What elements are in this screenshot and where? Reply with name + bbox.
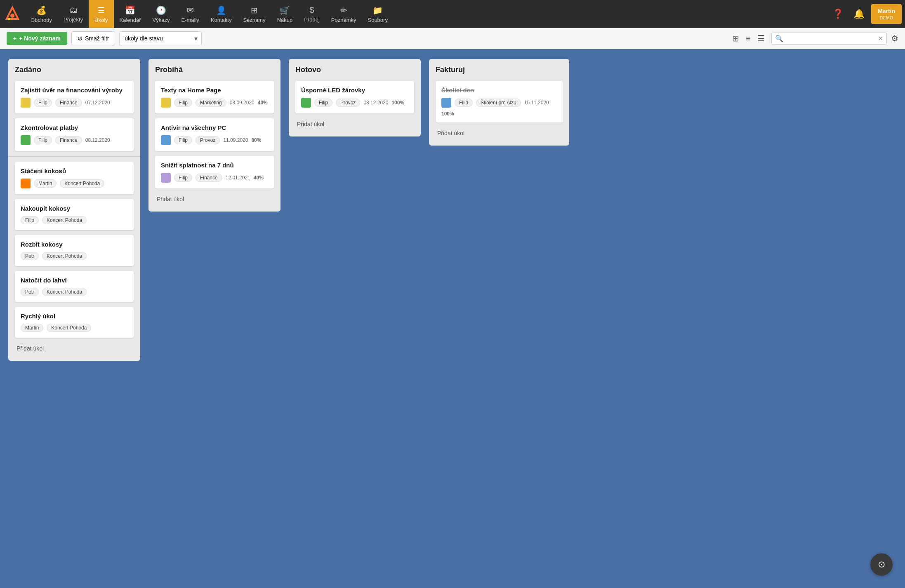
- task-card-p3[interactable]: Snížit splatnost na 7 dnůFilipFinance12.…: [155, 156, 274, 188]
- card-percent: 100%: [441, 111, 454, 117]
- logo[interactable]: [3, 4, 21, 24]
- user-name: Martin: [878, 7, 895, 15]
- bell-icon[interactable]: 🔔: [850, 7, 868, 21]
- add-task-button-zadano[interactable]: Přidat úkol: [15, 343, 134, 354]
- nav-item-kontakty[interactable]: 👤Kontakty: [205, 0, 238, 28]
- tag: Filip: [21, 216, 39, 224]
- nav-icon-kontakty: 👤: [216, 5, 226, 15]
- card-date: 15.11.2020: [524, 100, 549, 106]
- tag: Provoz: [336, 99, 360, 107]
- tag: Koncert Pohoda: [42, 288, 87, 296]
- card-date: 07.12.2020: [85, 100, 110, 106]
- card-meta: FilipFinance08.12.2020: [21, 135, 128, 145]
- filter-select[interactable]: úkoly dle stavu: [119, 31, 202, 45]
- task-card-c6[interactable]: Natočit do lahvíPetrKoncert Pohoda: [15, 271, 134, 302]
- nav-item-kalendář[interactable]: 📅Kalendář: [114, 0, 147, 28]
- tag: Koncert Pohoda: [42, 216, 87, 224]
- nav-icon-soubory: 📁: [372, 5, 383, 15]
- nav-item-úkoly[interactable]: ☰Úkoly: [89, 0, 114, 28]
- task-card-c7[interactable]: Rychlý úkolMartinKoncert Pohoda: [15, 307, 134, 338]
- nav-item-projekty[interactable]: 🗂Projekty: [58, 0, 89, 28]
- tag: Koncert Pohoda: [47, 324, 91, 332]
- svg-point-2: [8, 18, 10, 20]
- tag: Filip: [34, 136, 52, 144]
- task-card-c4[interactable]: Nakoupit kokosyFilipKoncert Pohoda: [15, 199, 134, 230]
- card-meta: MartinKoncert Pohoda: [21, 324, 128, 332]
- card-meta: PetrKoncert Pohoda: [21, 252, 128, 260]
- tag: Finance: [55, 99, 82, 107]
- task-card-c1[interactable]: Zajistit úvěr na financování výrobyFilip…: [15, 81, 134, 113]
- card-percent: 40%: [258, 100, 268, 106]
- user-menu[interactable]: Martin DEMO: [871, 4, 902, 24]
- tag: Filip: [174, 136, 192, 144]
- settings-button[interactable]: ⚙: [891, 33, 898, 43]
- compact-view-button[interactable]: ☰: [755, 32, 767, 45]
- add-task-button-hotovo[interactable]: Přidat úkol: [295, 118, 414, 130]
- task-card-c3[interactable]: Stáčení kokosůMartinKoncert Pohoda: [15, 162, 134, 194]
- nav-item-nákup[interactable]: 🛒Nákup: [271, 0, 299, 28]
- task-card-c2[interactable]: Zkontrolovat platbyFilipFinance08.12.202…: [15, 118, 134, 151]
- card-meta: FilipProvoz08.12.2020100%: [301, 98, 408, 108]
- card-percent: 40%: [254, 175, 264, 181]
- nav-item-poznámky[interactable]: ✏Poznámky: [325, 0, 362, 28]
- column-fakturuj: FakturujŠkolící denFilipŠkolení pro Alzu…: [429, 59, 569, 146]
- card-date: 03.09.2020: [230, 100, 255, 106]
- add-task-button-probíhá[interactable]: Přidat úkol: [155, 193, 274, 205]
- card-divider: [8, 156, 140, 157]
- card-title: Snížit splatnost na 7 dnů: [161, 162, 268, 169]
- nav-item-e-maily[interactable]: ✉E-maily: [175, 0, 205, 28]
- nav-item-soubory[interactable]: 📁Soubory: [362, 0, 393, 28]
- grid-view-button[interactable]: ⊞: [730, 32, 742, 45]
- task-card-p1[interactable]: Texty na Home PageFilipMarketing03.09.20…: [155, 81, 274, 113]
- card-title: Zkontrolovat platby: [21, 124, 128, 131]
- color-indicator: [301, 98, 311, 108]
- list-view-button[interactable]: ≡: [743, 32, 753, 45]
- nav-icon-e-maily: ✉: [187, 5, 194, 15]
- search-clear-icon[interactable]: ✕: [878, 35, 883, 42]
- help-icon[interactable]: ❓: [829, 7, 847, 21]
- nav-icon-poznámky: ✏: [340, 5, 347, 15]
- tag: Martin: [21, 324, 43, 332]
- tag: Filip: [174, 174, 192, 182]
- card-meta: FilipFinance12.01.202140%: [161, 173, 268, 183]
- nav-label: Prodej: [304, 16, 320, 23]
- nav-label: Kalendář: [120, 17, 141, 23]
- nav-label: E-maily: [181, 17, 199, 23]
- nav-item-seznamy[interactable]: ⊞Seznamy: [237, 0, 271, 28]
- card-title: Antivir na všechny PC: [161, 124, 268, 131]
- tag: Marketing: [196, 99, 226, 107]
- task-card-c5[interactable]: Rozbít kokosyPetrKoncert Pohoda: [15, 235, 134, 266]
- color-indicator: [161, 135, 171, 145]
- card-title: Rozbít kokosy: [21, 241, 128, 248]
- tag: Petr: [21, 288, 39, 296]
- nav-label: Soubory: [368, 17, 387, 23]
- tag: Finance: [55, 136, 82, 144]
- color-indicator: [441, 98, 451, 108]
- help-fab-button[interactable]: ⊙: [870, 553, 893, 576]
- clear-filter-button[interactable]: ⊘ Smaž filtr: [71, 31, 115, 45]
- tag: Martin: [34, 179, 57, 188]
- card-percent: 80%: [251, 137, 261, 143]
- column-title-hotovo: Hotovo: [295, 66, 414, 74]
- color-indicator: [161, 173, 171, 183]
- search-icon: 🔍: [775, 35, 783, 42]
- nav-item-výkazy[interactable]: 🕐Výkazy: [147, 0, 176, 28]
- column-title-zadano: Zadáno: [15, 66, 134, 74]
- task-card-h1[interactable]: Úsporné LED žárovkyFilipProvoz08.12.2020…: [295, 81, 414, 113]
- card-meta: FilipŠkolení pro Alzu15.11.2020100%: [441, 98, 557, 117]
- nav-icon-seznamy: ⊞: [251, 5, 258, 15]
- new-record-button[interactable]: + + Nový záznam: [7, 32, 67, 45]
- nav-item-obchody[interactable]: 💰Obchody: [25, 0, 58, 28]
- user-subtitle: DEMO: [880, 15, 893, 21]
- task-card-p2[interactable]: Antivir na všechny PCFilipProvoz11.09.20…: [155, 118, 274, 151]
- search-input[interactable]: [786, 35, 875, 42]
- nav-label: Seznamy: [243, 17, 265, 23]
- search-wrapper: 🔍 ✕: [771, 33, 887, 45]
- color-indicator: [21, 179, 31, 188]
- color-indicator: [21, 135, 31, 145]
- column-hotovo: HotovoÚsporné LED žárovkyFilipProvoz08.1…: [289, 59, 421, 136]
- nav-item-prodej[interactable]: $Prodej: [298, 0, 325, 28]
- task-card-f1[interactable]: Školící denFilipŠkolení pro Alzu15.11.20…: [436, 81, 563, 122]
- tag: Filip: [455, 99, 473, 107]
- add-task-button-fakturuj[interactable]: Přidat úkol: [436, 127, 563, 139]
